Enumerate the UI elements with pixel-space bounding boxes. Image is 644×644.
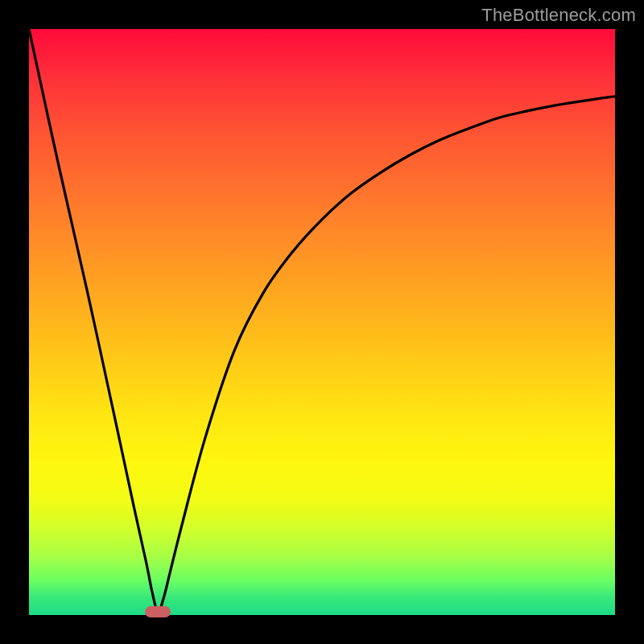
chart-frame: TheBottleneck.com: [0, 0, 644, 644]
bottleneck-curve: [29, 29, 615, 612]
watermark-label: TheBottleneck.com: [481, 5, 636, 26]
optimal-marker: [145, 606, 171, 617]
plot-area: [29, 29, 615, 615]
curve-svg: [29, 29, 615, 615]
